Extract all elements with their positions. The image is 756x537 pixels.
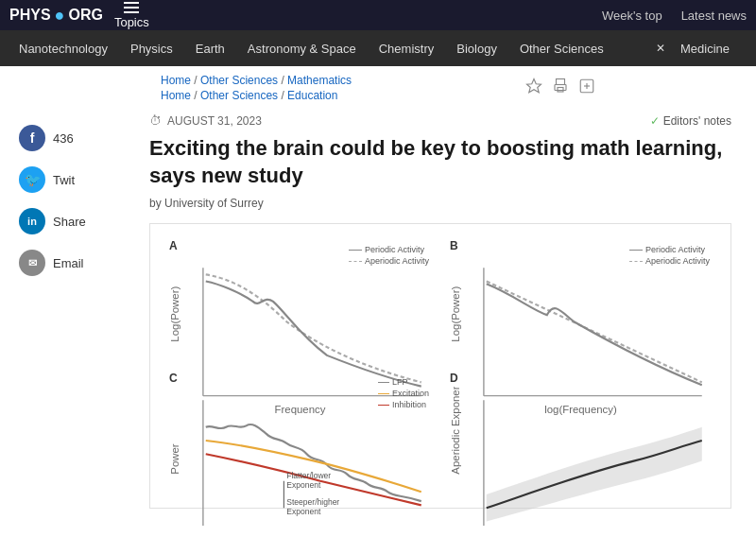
chart-b: B Periodic Activity Aperiodic Activity L… bbox=[440, 234, 721, 366]
content-wrapper: f 436 🐦 Twit in Share ✉ Email ⏱ AUGUST 3… bbox=[0, 106, 756, 526]
topics-label: Topics bbox=[114, 15, 149, 29]
chart-a-label: A bbox=[169, 239, 178, 252]
breadcrumb-line-1: Home / Other Sciences / Mathematics bbox=[161, 74, 352, 87]
svg-text:Flatter/lower: Flatter/lower bbox=[286, 471, 331, 480]
chart-d-label: D bbox=[450, 372, 458, 385]
x-icon: ✕ bbox=[656, 42, 665, 55]
top-nav-right: Week's top Latest news bbox=[602, 9, 747, 23]
email-label: Email bbox=[53, 256, 84, 270]
breadcrumb-area: Home / Other Sciences / Mathematics Home… bbox=[0, 66, 756, 106]
main-navigation: Nanotechnology Physics Earth Astronomy &… bbox=[0, 30, 756, 66]
breadcrumb-education[interactable]: Education bbox=[287, 89, 337, 102]
checkmark-icon: ✓ bbox=[650, 114, 660, 128]
logo-dot: ● bbox=[55, 6, 65, 26]
figure-container: A Periodic Activity Aperiodic Activity L… bbox=[149, 223, 731, 509]
legend-aperiodic-a: Aperiodic Activity bbox=[365, 256, 429, 266]
nav-medicine[interactable]: Medicine bbox=[669, 30, 741, 66]
nav-earth[interactable]: Earth bbox=[184, 30, 236, 66]
legend-periodic-b: Periodic Activity bbox=[645, 245, 705, 254]
article-meta: ⏱ AUGUST 31, 2023 ✓ Editors' notes bbox=[149, 113, 731, 128]
facebook-button[interactable]: f 436 bbox=[19, 121, 132, 155]
chart-c-legend: LFP Excitation Inhibition bbox=[378, 377, 429, 409]
article-byline: by University of Surrey bbox=[149, 197, 731, 210]
article-main: ⏱ AUGUST 31, 2023 ✓ Editors' notes Excit… bbox=[142, 106, 747, 526]
latest-news-link[interactable]: Latest news bbox=[681, 9, 747, 23]
topics-button[interactable]: Topics bbox=[114, 2, 149, 29]
svg-text:Aperiodic Exponent: Aperiodic Exponent bbox=[450, 387, 461, 475]
breadcrumb-actions bbox=[525, 78, 595, 95]
chart-d: D Aperiodic Exponent bbox=[440, 366, 721, 498]
share-icon[interactable] bbox=[578, 78, 595, 95]
logo-org: ORG bbox=[68, 7, 102, 24]
linkedin-label: Share bbox=[53, 215, 86, 229]
article-date: ⏱ AUGUST 31, 2023 bbox=[149, 113, 262, 128]
chart-c-label: C bbox=[169, 372, 178, 385]
linkedin-button[interactable]: in Share bbox=[19, 204, 132, 238]
twitter-label: Twit bbox=[53, 173, 75, 187]
breadcrumb-other-sciences-1[interactable]: Other Sciences bbox=[200, 74, 278, 87]
article-title: Exciting the brain could be key to boost… bbox=[149, 135, 731, 189]
breadcrumb-home-2[interactable]: Home bbox=[161, 89, 191, 102]
legend-periodic-a: Periodic Activity bbox=[365, 245, 424, 254]
linkedin-icon: in bbox=[19, 208, 45, 234]
medicine-section: ✕ Medicine bbox=[648, 30, 748, 66]
email-button[interactable]: ✉ Email bbox=[19, 246, 132, 280]
weeks-top-link[interactable]: Week's top bbox=[602, 9, 662, 23]
breadcrumb-line-2: Home / Other Sciences / Education bbox=[161, 89, 352, 102]
chart-b-label: B bbox=[450, 239, 458, 252]
date-text: AUGUST 31, 2023 bbox=[167, 114, 262, 128]
nav-chemistry[interactable]: Chemistry bbox=[368, 30, 446, 66]
charts-grid: A Periodic Activity Aperiodic Activity L… bbox=[160, 234, 721, 498]
svg-text:Steeper/higher: Steeper/higher bbox=[286, 498, 339, 508]
top-nav-left: PHYS ● ORG Topics bbox=[9, 2, 149, 29]
breadcrumb-other-sciences-2[interactable]: Other Sciences bbox=[200, 89, 278, 102]
chart-b-legend: Periodic Activity Aperiodic Activity bbox=[629, 245, 710, 266]
facebook-count: 436 bbox=[53, 131, 74, 146]
email-icon: ✉ bbox=[19, 250, 45, 276]
legend-lfp: LFP bbox=[392, 377, 408, 387]
clock-icon: ⏱ bbox=[149, 113, 162, 128]
chart-a-legend: Periodic Activity Aperiodic Activity bbox=[349, 245, 429, 266]
svg-text:Power: Power bbox=[169, 443, 180, 474]
editors-notes-label: Editors' notes bbox=[663, 114, 731, 128]
chart-a: A Periodic Activity Aperiodic Activity L… bbox=[160, 234, 440, 366]
svg-marker-0 bbox=[527, 79, 541, 93]
svg-text:Exponent: Exponent bbox=[286, 480, 321, 490]
svg-text:Log(Power): Log(Power) bbox=[169, 286, 180, 342]
nav-biology[interactable]: Biology bbox=[445, 30, 508, 66]
facebook-icon: f bbox=[19, 125, 45, 151]
breadcrumbs: Home / Other Sciences / Mathematics Home… bbox=[161, 74, 352, 102]
hamburger-icon bbox=[124, 2, 139, 13]
chart-d-svg: Aperiodic Exponent bbox=[446, 387, 715, 526]
print-icon[interactable] bbox=[552, 78, 569, 95]
bookmark-icon[interactable] bbox=[525, 78, 542, 95]
legend-excitation: Excitation bbox=[392, 389, 429, 398]
svg-rect-3 bbox=[558, 88, 563, 93]
chart-c: C LFP Excitation Inhibition Power bbox=[160, 366, 440, 498]
legend-inhibition: Inhibition bbox=[392, 400, 426, 409]
nav-astronomy[interactable]: Astronomy & Space bbox=[236, 30, 368, 66]
editors-notes[interactable]: ✓ Editors' notes bbox=[650, 114, 731, 128]
nav-nanotechnology[interactable]: Nanotechnology bbox=[8, 30, 119, 66]
twitter-button[interactable]: 🐦 Twit bbox=[19, 163, 132, 197]
sidebar: f 436 🐦 Twit in Share ✉ Email bbox=[9, 106, 142, 526]
nav-physics[interactable]: Physics bbox=[119, 30, 184, 66]
legend-aperiodic-b: Aperiodic Activity bbox=[645, 256, 710, 266]
svg-text:Log(Power): Log(Power) bbox=[450, 286, 461, 342]
top-navigation: PHYS ● ORG Topics Week's top Latest news bbox=[0, 0, 756, 30]
twitter-icon: 🐦 bbox=[19, 166, 45, 193]
logo-phys: PHYS bbox=[9, 7, 51, 24]
breadcrumb-mathematics[interactable]: Mathematics bbox=[287, 74, 352, 87]
breadcrumb-home-1[interactable]: Home bbox=[161, 74, 191, 87]
svg-rect-1 bbox=[557, 79, 565, 85]
svg-text:Exponent: Exponent bbox=[286, 508, 321, 517]
site-logo[interactable]: PHYS ● ORG bbox=[9, 6, 103, 26]
nav-other-sciences[interactable]: Other Sciences bbox=[508, 30, 615, 66]
